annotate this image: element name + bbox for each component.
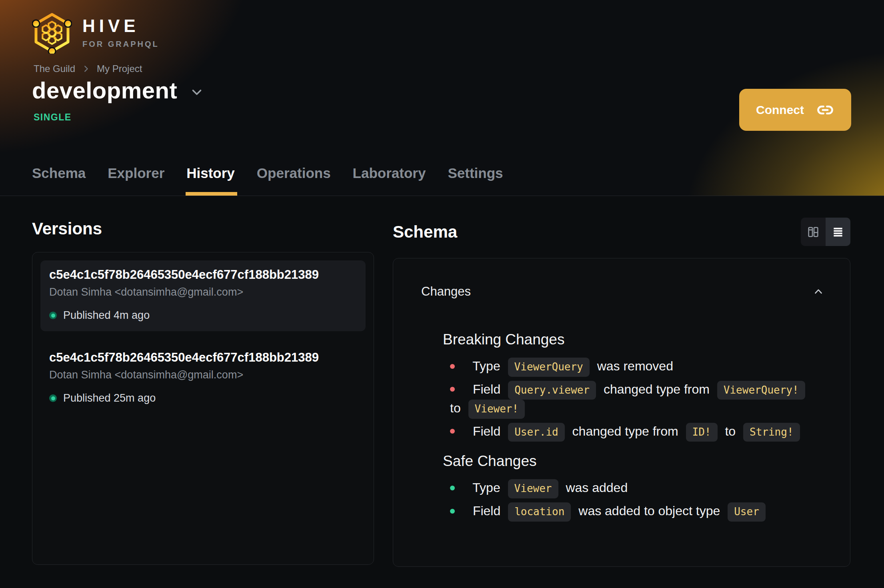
chevron-down-icon[interactable] bbox=[189, 84, 204, 100]
view-toggle bbox=[801, 218, 850, 246]
change-text: was added to object type bbox=[575, 504, 724, 518]
safe-change-list: Type Viewer was added Field location was… bbox=[443, 479, 822, 521]
target-type-badge: SINGLE bbox=[34, 112, 72, 123]
code-chip: Viewer! bbox=[468, 400, 525, 419]
code-chip: Query.viewer bbox=[508, 381, 596, 400]
bullet-icon bbox=[450, 429, 455, 434]
published-dot-icon bbox=[49, 312, 57, 319]
columns-icon bbox=[807, 226, 820, 238]
code-chip: User.id bbox=[508, 423, 565, 442]
code-chip: User bbox=[728, 502, 766, 522]
tab-laboratory[interactable]: Laboratory bbox=[353, 165, 426, 196]
bullet-icon bbox=[450, 387, 455, 392]
list-icon bbox=[832, 226, 844, 238]
link-icon bbox=[816, 102, 834, 118]
breaking-change-list: Type ViewerQuery was removed Field Query… bbox=[443, 358, 822, 442]
change-text: Field bbox=[469, 382, 504, 396]
change-text: Field bbox=[469, 504, 504, 518]
code-chip: ID! bbox=[686, 423, 718, 442]
version-status-text: Published 25m ago bbox=[63, 392, 156, 404]
tab-explorer[interactable]: Explorer bbox=[108, 165, 164, 196]
version-hash: c5e4c1c5f78b26465350e4ecf677cf188bb21389 bbox=[49, 349, 357, 366]
bullet-icon bbox=[450, 486, 455, 490]
changes-panel: Changes Breaking Changes Type ViewerQuer… bbox=[393, 258, 850, 567]
bullet-icon bbox=[450, 509, 455, 514]
change-item: Field location was added to object type … bbox=[450, 502, 822, 522]
change-text: was added bbox=[562, 480, 628, 495]
breadcrumb-project[interactable]: My Project bbox=[97, 63, 142, 74]
change-fragment: to Viewer! bbox=[450, 401, 529, 415]
chevron-right-icon bbox=[82, 64, 90, 73]
versions-column: Versions c5e4c1c5f78b26465350e4ecf677cf1… bbox=[32, 212, 374, 567]
header: HIVE FOR GRAPHQL The Guild My Project de… bbox=[0, 0, 884, 196]
change-text: Type bbox=[469, 480, 504, 495]
change-text: Field bbox=[469, 424, 504, 438]
change-text: changed type from bbox=[569, 424, 682, 438]
main-content: Versions c5e4c1c5f78b26465350e4ecf677cf1… bbox=[0, 196, 884, 567]
tab-bar: SchemaExplorerHistoryOperationsLaborator… bbox=[32, 165, 503, 196]
published-dot-icon bbox=[49, 394, 57, 402]
change-fragment: to String! bbox=[722, 424, 804, 438]
changes-title: Changes bbox=[421, 283, 471, 300]
target-selector[interactable]: development bbox=[32, 78, 204, 103]
version-status: Published 25m ago bbox=[49, 392, 357, 404]
code-chip: location bbox=[508, 502, 571, 522]
version-list-item[interactable]: c5e4c1c5f78b26465350e4ecf677cf188bb21389… bbox=[40, 260, 366, 331]
diff-view-button[interactable] bbox=[801, 218, 826, 246]
changes-header[interactable]: Changes bbox=[393, 258, 850, 300]
version-status: Published 4m ago bbox=[49, 309, 357, 322]
code-chip: ViewerQuery bbox=[508, 358, 590, 377]
schema-column: Schema bbox=[393, 212, 850, 567]
change-item: Field User.id changed type from ID! to S… bbox=[450, 423, 822, 442]
connect-label: Connect bbox=[756, 103, 804, 117]
versions-heading: Versions bbox=[32, 218, 374, 240]
change-text: was removed bbox=[594, 359, 673, 373]
connect-button[interactable]: Connect bbox=[739, 89, 851, 131]
tab-operations[interactable]: Operations bbox=[257, 165, 331, 196]
change-text: to bbox=[450, 401, 464, 415]
change-item: Type Viewer was added bbox=[450, 479, 822, 498]
code-chip: ViewerQuery! bbox=[717, 381, 805, 400]
change-item: Type ViewerQuery was removed bbox=[450, 358, 822, 377]
version-author: Dotan Simha <dotansimha@gmail.com> bbox=[49, 284, 357, 300]
changes-body: Breaking Changes Type ViewerQuery was re… bbox=[393, 300, 850, 522]
code-chip: Viewer bbox=[508, 479, 558, 498]
page-title: development bbox=[32, 78, 177, 103]
list-view-button[interactable] bbox=[826, 218, 850, 246]
chevron-up-icon[interactable] bbox=[812, 286, 824, 298]
safe-changes-heading: Safe Changes bbox=[443, 452, 822, 470]
tab-history[interactable]: History bbox=[186, 165, 235, 196]
breaking-changes-heading: Breaking Changes bbox=[443, 330, 822, 349]
schema-heading: Schema bbox=[393, 221, 457, 243]
brand-logo[interactable]: HIVE FOR GRAPHQL bbox=[32, 12, 159, 54]
versions-panel: c5e4c1c5f78b26465350e4ecf677cf188bb21389… bbox=[32, 252, 374, 565]
version-list-item[interactable]: c5e4c1c5f78b26465350e4ecf677cf188bb21389… bbox=[40, 343, 366, 414]
breadcrumb: The Guild My Project bbox=[34, 63, 142, 74]
version-hash: c5e4c1c5f78b26465350e4ecf677cf188bb21389 bbox=[49, 266, 357, 284]
change-text: to bbox=[722, 424, 739, 438]
bullet-icon bbox=[450, 364, 455, 369]
version-author: Dotan Simha <dotansimha@gmail.com> bbox=[49, 367, 357, 382]
brand-tagline: FOR GRAPHQL bbox=[82, 40, 159, 49]
version-status-text: Published 4m ago bbox=[63, 309, 150, 322]
change-text: changed type from bbox=[600, 382, 713, 396]
change-item: Field Query.viewer changed type from Vie… bbox=[450, 381, 822, 419]
brand-name: HIVE bbox=[82, 17, 159, 35]
breadcrumb-org[interactable]: The Guild bbox=[34, 63, 75, 74]
change-text: Type bbox=[469, 359, 504, 373]
hive-honeycomb-hexagon-icon bbox=[32, 12, 72, 54]
code-chip: String! bbox=[743, 423, 800, 442]
tab-schema[interactable]: Schema bbox=[32, 165, 86, 196]
tab-settings[interactable]: Settings bbox=[448, 165, 503, 196]
